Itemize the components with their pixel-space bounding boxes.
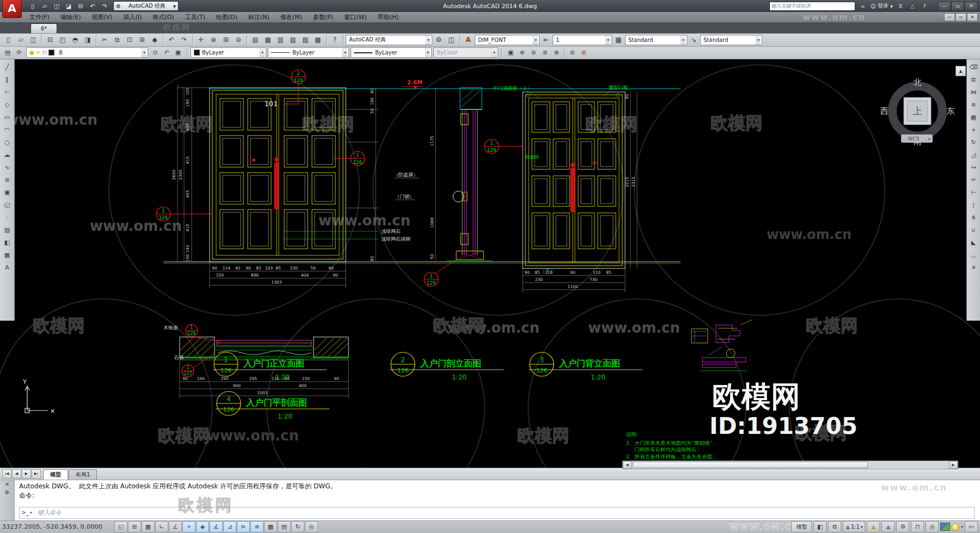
layer-states-icon[interactable]: ⟳ bbox=[14, 47, 24, 58]
point-icon[interactable]: · bbox=[1, 212, 13, 224]
scale-icon[interactable]: ◿ bbox=[967, 149, 979, 161]
stretch-icon[interactable]: ↦ bbox=[967, 162, 979, 174]
export-dwf-icon[interactable]: ◨ bbox=[82, 34, 94, 46]
viewcube[interactable]: 北 南 西 东 上 WCS ▾ bbox=[880, 77, 955, 146]
spline-icon[interactable]: ∿ bbox=[1, 162, 13, 174]
open-file-icon[interactable]: ▱ bbox=[39, 1, 50, 11]
rectangle-icon[interactable]: ▭ bbox=[1, 112, 13, 124]
menu-parametric[interactable]: 参数(P) bbox=[308, 12, 339, 22]
hardware-acceleration-icon[interactable]: ◎ bbox=[926, 521, 939, 532]
drawing-file-tab[interactable]: 6* bbox=[30, 23, 57, 33]
trim-icon[interactable]: ✂ bbox=[967, 174, 979, 186]
layer-isolate-icon[interactable]: ▣ bbox=[173, 47, 183, 58]
search-input[interactable]: 键入关键字或短语 bbox=[769, 2, 855, 11]
publish-icon[interactable]: ◓ bbox=[69, 34, 81, 46]
array-icon[interactable]: ▦ bbox=[967, 112, 979, 124]
command-tools-icon[interactable]: ⚙ bbox=[5, 489, 10, 495]
multiline-text-icon[interactable]: A bbox=[1, 262, 13, 274]
redo-icon[interactable]: ↷ bbox=[99, 1, 110, 11]
table-icon[interactable]: ▦ bbox=[1, 249, 13, 261]
dim-style-combo[interactable]: 1▾ bbox=[553, 35, 612, 45]
annotation-autoscale-icon[interactable]: ▲ bbox=[881, 521, 895, 532]
horizontal-scroll-thumb[interactable] bbox=[633, 462, 868, 468]
signin-button[interactable]: ☺ 登录 ▾ bbox=[871, 2, 893, 10]
redo-icon[interactable]: ↷ bbox=[178, 34, 190, 46]
command-close-icon[interactable]: ✕ bbox=[5, 481, 9, 487]
zoom-realtime-icon[interactable]: ⊕ bbox=[207, 34, 219, 46]
paste-special-icon[interactable]: ⊞ bbox=[136, 34, 148, 46]
design-center-icon[interactable]: ▦ bbox=[262, 34, 274, 46]
selection-cycling-icon[interactable]: ↻ bbox=[291, 521, 304, 532]
plot-preview-icon[interactable]: ◰ bbox=[57, 34, 69, 46]
next-tab-button[interactable]: ▶ bbox=[22, 469, 31, 479]
minimize-button[interactable]: — bbox=[938, 2, 951, 11]
plot-icon[interactable]: ⊟ bbox=[44, 34, 56, 46]
object-snap-icon[interactable]: ⌖ bbox=[182, 521, 195, 532]
arc-icon[interactable]: ◠ bbox=[1, 124, 13, 136]
autocad-logo-icon[interactable]: A bbox=[2, 0, 22, 18]
cut-clip-icon[interactable]: ✂ bbox=[99, 34, 111, 46]
sheet-set-manager-icon[interactable]: ▧ bbox=[287, 34, 299, 46]
mleader-style-icon[interactable]: ↘ bbox=[688, 34, 700, 46]
hatch-icon[interactable]: ▨ bbox=[1, 224, 13, 236]
join-icon[interactable]: ∪ bbox=[967, 224, 979, 236]
snap-mode-icon[interactable]: ⊞ bbox=[128, 521, 141, 532]
workspaces-combo[interactable]: AutoCAD 经典▾ bbox=[346, 35, 432, 45]
clean-screen-icon[interactable]: ▭ bbox=[965, 521, 978, 532]
menu-tools[interactable]: 工具(T) bbox=[180, 12, 211, 22]
new-file-icon[interactable]: ▯ bbox=[2, 34, 14, 46]
tab-layout1[interactable]: 布局1 bbox=[69, 469, 97, 480]
3d-object-snap-icon[interactable]: ◈ bbox=[196, 521, 209, 532]
offset-icon[interactable]: ≋ bbox=[967, 99, 979, 111]
menu-format[interactable]: 格式(O) bbox=[147, 12, 179, 22]
menu-modify[interactable]: 修改(M) bbox=[275, 12, 308, 22]
make-block-icon[interactable]: ◱ bbox=[1, 199, 13, 211]
scroll-up-button[interactable]: ▲ bbox=[955, 66, 966, 76]
doc-minimize-button[interactable]: — bbox=[944, 13, 955, 21]
color-combo[interactable]: ByLayer▾ bbox=[191, 47, 266, 58]
explode-icon[interactable]: ✳ bbox=[967, 262, 979, 274]
command-input[interactable]: >_▾ 键入命令 bbox=[19, 507, 975, 519]
status-tray-lightbulb-icon[interactable] bbox=[952, 523, 959, 531]
help-icon[interactable]: ? bbox=[920, 2, 929, 10]
autodesk360-icon[interactable]: △ bbox=[908, 2, 917, 10]
mleader-style-combo[interactable]: Standard▾ bbox=[700, 35, 762, 45]
transparency-icon[interactable]: ▩ bbox=[264, 521, 277, 532]
hyperlink-remove-icon[interactable]: ⊘ bbox=[578, 47, 589, 58]
insert-block-icon[interactable]: ▣ bbox=[505, 47, 516, 58]
break-icon[interactable]: ⋔ bbox=[967, 212, 979, 224]
paste-clip-icon[interactable]: ⊡ bbox=[124, 34, 136, 46]
rotate-icon[interactable]: ↻ bbox=[967, 137, 979, 149]
workspace-dropdown[interactable]: ⚙ AutoCAD 经典 ▾ bbox=[113, 1, 179, 11]
ellipse-icon[interactable]: ⊜ bbox=[1, 174, 13, 186]
toolbar-lock-icon[interactable]: ⊓ bbox=[911, 521, 924, 532]
horizontal-scrollbar[interactable]: ◀ ▶ bbox=[622, 461, 958, 469]
save-icon[interactable]: ◫ bbox=[51, 1, 62, 11]
workspace-switch-icon[interactable]: ⚙ bbox=[896, 521, 909, 532]
prev-tab-button[interactable]: ◀ bbox=[12, 469, 21, 479]
attach-dwf-icon[interactable]: ⊛ bbox=[540, 47, 550, 58]
lineweight-combo[interactable]: ByLayer▾ bbox=[351, 47, 432, 58]
zoom-window-icon[interactable]: ⊞ bbox=[220, 34, 232, 46]
linetype-combo[interactable]: ByLayer▾ bbox=[268, 47, 349, 58]
dim-style-icon[interactable]: ⇤ bbox=[540, 34, 552, 46]
attach-xref-icon[interactable]: ⊕ bbox=[517, 47, 528, 58]
polar-tracking-icon[interactable]: ∠ bbox=[169, 521, 182, 532]
chamfer-icon[interactable]: ◣ bbox=[967, 237, 979, 249]
infer-constraints-icon[interactable]: ◱ bbox=[114, 521, 127, 532]
viewcube-north[interactable]: 北 bbox=[914, 77, 922, 87]
dynamic-ucs-icon[interactable]: ⊿ bbox=[223, 521, 236, 532]
properties-palette-icon[interactable]: ▤ bbox=[249, 34, 261, 46]
quick-view-layouts-icon[interactable]: ◧ bbox=[813, 521, 826, 532]
last-tab-button[interactable]: ▶| bbox=[32, 469, 41, 479]
pan-icon[interactable]: ✛ bbox=[195, 34, 207, 46]
match-properties-icon[interactable]: ◆ bbox=[149, 34, 161, 46]
menu-insert[interactable]: 插入(I) bbox=[118, 12, 148, 22]
text-style-combo[interactable]: DIM_FONT▾ bbox=[475, 35, 540, 45]
erase-icon[interactable]: ⌫ bbox=[967, 62, 979, 73]
construction-line-icon[interactable]: ∥ bbox=[1, 74, 13, 86]
workspace-save-icon[interactable]: ◫ bbox=[445, 34, 457, 46]
gradient-icon[interactable]: ◧ bbox=[1, 237, 13, 249]
save-as-icon[interactable]: ◪ bbox=[63, 1, 74, 11]
restore-button[interactable]: ▭ bbox=[951, 2, 964, 11]
